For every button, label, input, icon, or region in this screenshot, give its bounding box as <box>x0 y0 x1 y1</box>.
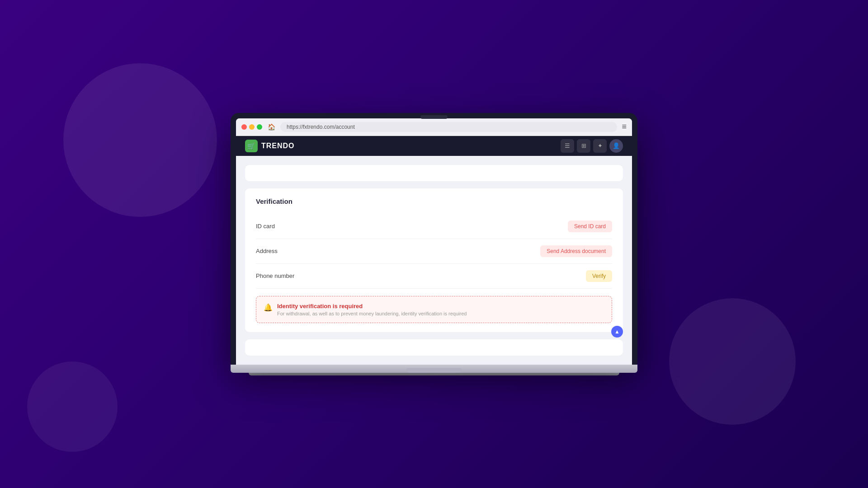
nav-icon-list[interactable]: ☰ <box>561 139 574 153</box>
app-content: Verification ID card Send ID card Addres… <box>236 156 632 365</box>
nav-avatar[interactable]: 👤 <box>609 139 623 153</box>
bg-decoration-left <box>63 63 217 217</box>
section-title: Verification <box>256 197 612 205</box>
phone-row: Phone number Verify <box>256 264 612 289</box>
send-address-button[interactable]: Send Address document <box>540 245 612 257</box>
dot-close[interactable] <box>241 124 247 130</box>
nav-icon-grid[interactable]: ⊞ <box>577 139 590 153</box>
browser-dots <box>241 124 262 130</box>
webcam-notch <box>420 115 448 119</box>
laptop-hinge <box>407 368 461 373</box>
address-label: Address <box>256 248 278 254</box>
url-text: https://fxtrendo.com/account <box>287 124 355 130</box>
url-bar[interactable]: https://fxtrendo.com/account <box>280 122 617 132</box>
id-card-row: ID card Send ID card <box>256 214 612 239</box>
bg-decoration-bottom-left <box>27 361 118 452</box>
logo-icon: 🛒 <box>245 140 258 152</box>
alert-content: Identity verification is required For wi… <box>277 303 467 316</box>
dot-maximize[interactable] <box>257 124 262 130</box>
verify-phone-button[interactable]: Verify <box>586 270 612 282</box>
alert-box: 🔔 Identity verification is required For … <box>256 296 612 323</box>
app-logo: 🛒 TRENDO <box>245 140 295 152</box>
laptop-screen-inner: 🏠 https://fxtrendo.com/account ≡ 🛒 TREND… <box>236 118 632 365</box>
app-navbar: 🛒 TRENDO ☰ ⊞ ✦ 👤 <box>236 136 632 156</box>
scroll-top-button[interactable]: ▲ <box>611 326 623 338</box>
address-row: Address Send Address document <box>256 239 612 264</box>
content-top-bar <box>245 165 623 181</box>
laptop-frame: 🏠 https://fxtrendo.com/account ≡ 🛒 TREND… <box>231 113 637 375</box>
nav-icons: ☰ ⊞ ✦ 👤 <box>561 139 623 153</box>
nav-icon-settings[interactable]: ✦ <box>593 139 607 153</box>
dot-minimize[interactable] <box>249 124 255 130</box>
laptop-foot <box>249 373 619 375</box>
alert-title: Identity verification is required <box>277 303 467 310</box>
bg-decoration-right <box>669 298 796 425</box>
home-icon[interactable]: 🏠 <box>267 122 276 131</box>
laptop-screen-outer: 🏠 https://fxtrendo.com/account ≡ 🛒 TREND… <box>231 113 637 365</box>
content-bottom-bar <box>245 339 623 356</box>
alert-description: For withdrawal, as well as to prevent mo… <box>277 311 467 316</box>
logo-text: TRENDO <box>261 142 295 150</box>
laptop-base <box>231 365 637 373</box>
phone-label: Phone number <box>256 272 294 279</box>
id-card-label: ID card <box>256 223 275 230</box>
alert-icon: 🔔 <box>264 303 273 312</box>
browser-menu-icon[interactable]: ≡ <box>622 122 627 131</box>
send-id-card-button[interactable]: Send ID card <box>568 221 612 232</box>
browser-chrome: 🏠 https://fxtrendo.com/account ≡ <box>236 118 632 136</box>
verification-card: Verification ID card Send ID card Addres… <box>245 188 623 332</box>
